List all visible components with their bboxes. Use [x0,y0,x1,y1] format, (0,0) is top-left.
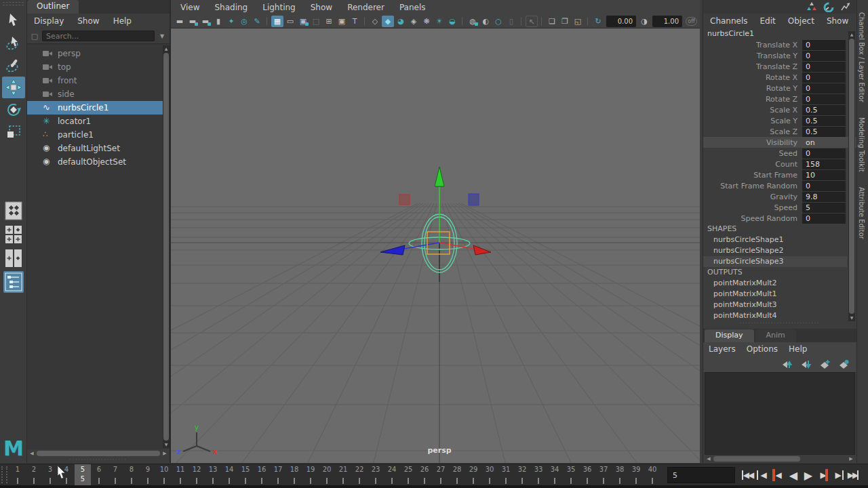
timeline-frame[interactable]: 22 [351,464,368,486]
camera-icon[interactable]: ▬ [174,16,186,27]
timeline-frame[interactable]: 11 [172,464,189,486]
timeline-frame[interactable]: 17 [270,464,286,486]
field-chart-icon[interactable]: ⊞ [323,16,335,27]
outliner-persp-layout-button[interactable] [3,271,24,293]
outliner-item[interactable]: persp [27,47,163,60]
timeline-frame[interactable]: 35 [563,464,579,486]
exposure-icon[interactable]: ↻ [592,16,604,27]
depth-of-field-icon[interactable]: ▯ [505,16,517,27]
output-item[interactable]: pointMatrixMult4 [703,310,847,321]
channel-box-menu[interactable]: Channels [710,16,748,26]
timeline-frame[interactable]: 37 [595,464,612,486]
contrast-field[interactable]: 1.00 [652,16,682,27]
channel-value[interactable]: 9.8 [802,192,846,202]
timeline-frame[interactable]: 6 [91,464,107,486]
safe-action-icon[interactable]: ▣ [336,16,348,27]
search-dropdown-icon[interactable]: ▼ [157,33,167,39]
profiler-icon[interactable] [840,1,851,12]
scroll-up-icon[interactable]: ▲ [848,31,855,38]
timeline-frame[interactable]: 7 [107,464,123,486]
channel-label[interactable]: Speed [703,203,802,212]
channel-label[interactable]: Scale Z [703,127,802,136]
channel-box-menu[interactable]: Object [788,16,814,26]
outliner-resize-grip[interactable]: ···················· [27,458,170,463]
channel-label[interactable]: Gravity [703,192,802,201]
channel-value[interactable]: 0 [802,94,846,104]
motion-blur-icon[interactable]: ◐ [479,16,492,27]
outliner-horizontal-scrollbar[interactable]: ◀ ▶ [27,449,170,458]
timeline-frame[interactable]: 26 [416,464,433,486]
timeline-frame[interactable]: 8 [123,464,140,486]
scroll-right-icon[interactable]: ▶ [161,451,168,456]
toolbox-grip[interactable] [3,2,24,5]
channel-label[interactable]: Scale X [703,106,802,115]
move-layer-down-icon[interactable] [800,359,812,369]
channel-label[interactable]: Translate Z [703,62,802,71]
scroll-left-icon[interactable]: ◀ [705,456,712,462]
layer-editor-tab[interactable]: Display [705,329,754,342]
layer-editor-tab[interactable]: Anim [755,329,796,342]
timeline-frame[interactable]: 32 [514,464,530,486]
shape-item[interactable]: nurbsCircleShape3 [703,256,847,267]
overlap-squares-2-icon[interactable]: ❐ [559,16,571,27]
channel-box-object-name[interactable]: nurbsCircle1 [703,28,856,39]
scale-tool[interactable] [2,121,25,143]
create-layer-from-selected-icon[interactable] [837,359,850,369]
timeline-grip[interactable] [1,466,7,483]
channel-value[interactable]: 10 [802,170,846,180]
play-backwards-button[interactable]: ◀ [785,467,800,483]
create-empty-layer-icon[interactable] [818,359,831,369]
channel-label[interactable]: Seed [703,149,802,158]
outliner-item[interactable]: top [27,60,163,74]
channel-value[interactable]: 0 [802,181,846,191]
shadows-icon[interactable]: ◒ [446,16,458,27]
scrollbar-thumb[interactable] [713,456,800,462]
viewport-menu[interactable]: View [180,3,199,12]
film-gate-icon[interactable]: ▭ [284,16,296,27]
lasso-select-tool[interactable] [2,32,25,54]
channel-label[interactable]: Visibility [703,138,802,147]
ssao-icon[interactable]: ◍ [467,16,479,27]
current-frame-field[interactable] [667,467,735,483]
timeline-frame[interactable]: 5 5 [75,464,91,486]
bookmark-icon[interactable]: ▮ [212,16,224,27]
outliner-item[interactable]: nurbsCircle1 [27,101,163,115]
viewport-menu[interactable]: Panels [399,3,426,12]
channel-value[interactable]: 0 [802,73,846,83]
two-pane-layout-button[interactable] [3,247,24,269]
smooth-shade-icon[interactable]: ◆ [382,16,394,27]
viewport-canvas[interactable]: y z x persp [171,28,700,463]
viewport-menu[interactable]: Lighting [262,3,296,12]
anti-aliasing-icon[interactable]: ○ [492,16,505,27]
timeline-frame[interactable]: 40 [644,464,660,486]
scroll-down-icon[interactable]: ▼ [163,441,170,448]
step-forward-key-button[interactable]: ▶ [815,467,830,483]
exposure-field[interactable]: 0.00 [606,16,636,27]
move-manipulator[interactable] [380,167,491,255]
step-back-key-button[interactable]: ◀ [770,467,785,483]
outliner-menu[interactable]: Show [77,16,99,26]
separator[interactable] [267,17,268,26]
step-back-frame-button[interactable]: ◀ [755,467,770,483]
rotate-tool[interactable] [2,99,25,121]
isolate-select-icon[interactable]: ↖ [526,16,538,27]
channel-value[interactable]: 5 [802,203,846,213]
separator[interactable] [364,17,366,26]
timeline-frame[interactable]: 16 [254,464,270,486]
channel-value[interactable]: 0 [802,62,846,72]
timeline-frame[interactable]: 13 [205,464,221,486]
outliner-item[interactable]: side [27,87,163,101]
go-to-start-button[interactable]: ◀◀ [741,467,755,483]
blue-plane-object[interactable] [469,194,479,205]
timeline-frame[interactable]: 9 [140,464,156,486]
move-tool[interactable] [2,77,25,98]
outliner-item[interactable]: front [27,74,163,87]
snapshot-icon[interactable]: ◱ [572,16,584,27]
timeline-frame[interactable]: 3 [42,464,58,486]
grid-icon[interactable]: ▦ [271,16,283,27]
outliner-tab[interactable]: Outliner [27,0,79,14]
paint-select-tool[interactable] [2,54,25,76]
channel-label[interactable]: Translate Y [703,52,802,60]
timeline-frame[interactable]: 21 [335,464,351,486]
scroll-up-icon[interactable]: ▲ [163,45,170,52]
